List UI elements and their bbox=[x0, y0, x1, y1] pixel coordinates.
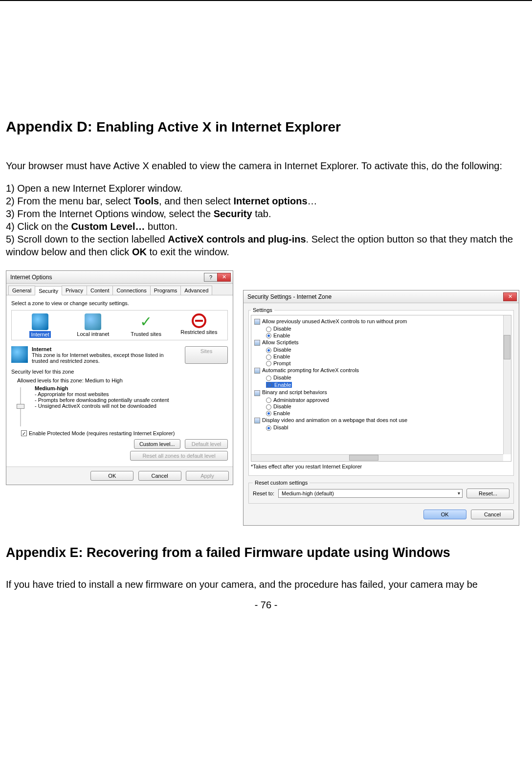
io-tabs: General Security Privacy Content Connect… bbox=[6, 284, 233, 295]
zone-local-intranet[interactable]: Local intranet bbox=[73, 313, 112, 338]
radio-option[interactable]: Disable bbox=[266, 347, 510, 353]
default-level-button[interactable]: Default level bbox=[185, 439, 228, 449]
apply-button[interactable]: Apply bbox=[186, 471, 229, 481]
tree-node: Allow previously unused ActiveX controls… bbox=[254, 318, 510, 325]
zone-restricted-sites[interactable]: Restricted sites bbox=[179, 313, 219, 338]
tree-node: Binary and script behaviors bbox=[254, 389, 510, 396]
sites-button[interactable]: Sites bbox=[185, 346, 228, 364]
globe-icon bbox=[11, 346, 28, 363]
radio-option[interactable]: Disable bbox=[266, 375, 510, 381]
globe-icon bbox=[32, 313, 48, 330]
zone-internet[interactable]: Internet bbox=[21, 313, 60, 338]
node-icon bbox=[254, 368, 260, 374]
tab-general[interactable]: General bbox=[8, 286, 35, 295]
tree-node: Automatic prompting for ActiveX controls bbox=[254, 367, 510, 374]
radio-option[interactable]: Disable bbox=[266, 403, 510, 410]
horizontal-scroll-thumb[interactable] bbox=[349, 455, 378, 461]
check-icon: ✓ bbox=[138, 313, 155, 330]
node-icon bbox=[254, 418, 260, 423]
zone-prompt: Select a zone to view or change security… bbox=[11, 300, 228, 306]
radio-option[interactable]: Enable bbox=[266, 382, 292, 388]
node-icon bbox=[254, 319, 260, 325]
reset-all-zones-button[interactable]: Reset all zones to default level bbox=[130, 451, 228, 461]
help-button[interactable]: ? bbox=[204, 273, 218, 282]
security-settings-window: Security Settings - Internet Zone ✕ Sett… bbox=[243, 290, 519, 526]
step-4: 4) Click on the Custom Level… button. bbox=[6, 220, 526, 233]
tree-node: Allow Scriptlets bbox=[254, 339, 510, 346]
ss-titlebar: Security Settings - Internet Zone ✕ bbox=[244, 290, 519, 303]
heading-appendix-e: Appendix E: Recovering from a failed Fir… bbox=[6, 545, 526, 560]
radio-option[interactable]: Disable bbox=[266, 326, 510, 332]
heading-prefix: Appendix D: bbox=[6, 118, 96, 134]
close-button[interactable]: ✕ bbox=[503, 292, 517, 301]
radio-icon bbox=[267, 382, 272, 388]
radio-option[interactable]: Enable bbox=[266, 410, 510, 417]
restricted-icon bbox=[192, 313, 206, 328]
settings-tree[interactable]: Allow previously unused ActiveX controls… bbox=[251, 315, 511, 462]
page-number: - 76 - bbox=[6, 600, 526, 611]
radio-icon bbox=[266, 361, 271, 366]
radio-option[interactable]: Enable bbox=[266, 333, 510, 339]
step-3: 3) From the Internet Options window, sel… bbox=[6, 207, 526, 220]
tree-node: Display video and animation on a webpage… bbox=[254, 417, 510, 423]
restart-note: *Takes effect after you restart Internet… bbox=[251, 464, 511, 469]
reset-button[interactable]: Reset... bbox=[466, 489, 510, 498]
step-2: 2) From the menu bar, select Tools, and … bbox=[6, 195, 526, 207]
security-level-desc: Medium-high - Appropriate for most websi… bbox=[35, 385, 169, 426]
radio-option[interactable]: Prompt bbox=[266, 360, 510, 367]
checkbox-icon: ✓ bbox=[21, 430, 27, 436]
custom-level-button[interactable]: Custom level... bbox=[134, 439, 180, 449]
io-titlebar: Internet Options ? ✕ bbox=[6, 271, 233, 284]
heading-title: Enabling Active X in Internet Explorer bbox=[96, 119, 341, 134]
radio-option[interactable]: Enable bbox=[266, 354, 510, 360]
zone-list: Internet Local intranet ✓ Trusted sites … bbox=[11, 310, 228, 340]
security-level-label: Security level for this zone bbox=[11, 369, 228, 375]
security-level-slider[interactable] bbox=[20, 387, 30, 426]
node-icon bbox=[254, 340, 260, 346]
ok-button[interactable]: OK bbox=[90, 471, 133, 481]
cancel-button[interactable]: Cancel bbox=[471, 510, 514, 519]
step-1: 1) Open a new Internet Explorer window. bbox=[6, 182, 526, 195]
cancel-button[interactable]: Cancel bbox=[138, 471, 181, 481]
radio-icon bbox=[266, 398, 271, 403]
zone-trusted-sites[interactable]: ✓ Trusted sites bbox=[127, 313, 166, 338]
tab-advanced[interactable]: Advanced bbox=[180, 286, 212, 295]
radio-icon bbox=[266, 348, 271, 353]
radio-icon bbox=[266, 425, 271, 431]
tab-security[interactable]: Security bbox=[35, 286, 62, 295]
radio-icon bbox=[266, 411, 271, 416]
outro-paragraph: If you have tried to install a new firmw… bbox=[6, 578, 526, 591]
ss-title: Security Settings - Internet Zone bbox=[247, 293, 332, 300]
radio-icon bbox=[266, 376, 271, 381]
step-5: 5) Scroll down to the section labelled A… bbox=[6, 233, 526, 258]
radio-icon bbox=[266, 404, 271, 410]
radio-icon bbox=[266, 327, 271, 332]
radio-option[interactable]: Administrator approved bbox=[266, 397, 510, 403]
internet-options-window: Internet Options ? ✕ General Security Pr… bbox=[6, 270, 233, 485]
vertical-scroll-thumb[interactable] bbox=[504, 335, 510, 359]
reset-to-label: Reset to: bbox=[253, 490, 274, 496]
zone-description: Internet This zone is for Internet websi… bbox=[32, 346, 181, 364]
heading-appendix-d: Appendix D: Enabling Active X in Interne… bbox=[6, 118, 526, 135]
intro-paragraph: Your browser must have Active X enabled … bbox=[6, 159, 526, 172]
radio-option[interactable]: Disabl bbox=[266, 424, 510, 431]
radio-icon bbox=[266, 333, 271, 338]
io-title: Internet Options bbox=[10, 274, 52, 281]
close-button[interactable]: ✕ bbox=[217, 273, 231, 282]
intranet-icon bbox=[85, 313, 101, 330]
reset-group: Reset custom settings Reset to: Medium-h… bbox=[248, 480, 514, 504]
radio-icon bbox=[266, 355, 271, 360]
ok-button[interactable]: OK bbox=[423, 510, 466, 519]
reset-combo[interactable]: Medium-high (default) bbox=[278, 489, 463, 498]
tab-programs[interactable]: Programs bbox=[150, 286, 181, 295]
protected-mode-checkbox[interactable]: ✓Enable Protected Mode (requires restart… bbox=[21, 430, 228, 436]
settings-group: Settings Allow previously unused ActiveX… bbox=[248, 307, 514, 476]
allowed-levels: Allowed levels for this zone: Medium to … bbox=[17, 378, 228, 383]
tab-privacy[interactable]: Privacy bbox=[62, 286, 87, 295]
tab-connections[interactable]: Connections bbox=[112, 286, 150, 295]
tab-content[interactable]: Content bbox=[87, 286, 113, 295]
node-icon bbox=[254, 390, 260, 396]
